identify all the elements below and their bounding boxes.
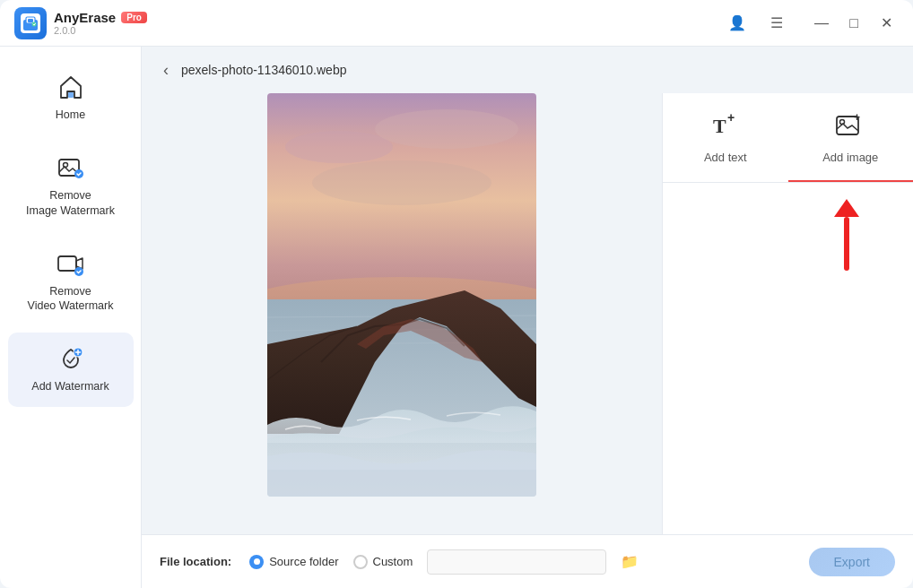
svg-text:+: + xyxy=(854,111,860,124)
tab-add-text[interactable]: T + Add text xyxy=(663,93,788,182)
photo-preview xyxy=(267,93,536,497)
source-folder-radio[interactable] xyxy=(249,555,264,569)
sidebar-item-remove-image[interactable]: RemoveImage Watermark xyxy=(8,142,134,230)
radio-group: Source folder Custom 📁 xyxy=(249,549,639,575)
editor-area: T + Add text xyxy=(142,93,913,534)
custom-radio[interactable] xyxy=(353,555,368,569)
sidebar-label-remove-image: RemoveImage Watermark xyxy=(26,188,115,218)
svg-rect-2 xyxy=(28,19,33,22)
sidebar-label-remove-video: RemoveVideo Watermark xyxy=(28,284,114,314)
app-name: AnyErase Pro xyxy=(54,10,147,25)
sidebar-label-home: Home xyxy=(56,108,85,122)
arrow-body xyxy=(844,217,849,271)
remove-image-watermark-icon xyxy=(57,154,85,183)
custom-label: Custom xyxy=(373,555,413,568)
svg-rect-8 xyxy=(58,256,76,271)
add-text-icon: T + xyxy=(709,109,742,145)
maximize-button[interactable]: □ xyxy=(841,11,866,36)
custom-path-input[interactable] xyxy=(427,549,606,575)
breadcrumb-filename: pexels-photo-11346010.webp xyxy=(181,63,346,77)
export-button[interactable]: Export xyxy=(809,548,895,576)
app-window: AnyErase Pro 2.0.0 👤 ☰ — □ ✕ xyxy=(0,0,913,588)
app-title-group: AnyErase Pro 2.0.0 xyxy=(54,10,147,36)
breadcrumb-bar: ‹ pexels-photo-11346010.webp xyxy=(142,47,913,93)
minimize-button[interactable]: — xyxy=(809,11,834,36)
svg-text:+: + xyxy=(727,110,735,125)
red-arrow xyxy=(834,201,859,271)
arrow-head xyxy=(834,199,859,217)
add-image-icon: + xyxy=(834,109,866,145)
app-version: 2.0.0 xyxy=(54,25,147,36)
main-area: Home RemoveImage Watermark xyxy=(0,47,913,588)
image-panel xyxy=(142,93,662,534)
add-watermark-icon xyxy=(57,345,85,374)
image-container xyxy=(267,93,536,497)
right-panel: T + Add text xyxy=(662,93,913,534)
home-icon xyxy=(57,74,85,102)
sidebar-item-home[interactable]: Home xyxy=(8,61,134,134)
tab-add-text-label: Add text xyxy=(704,151,747,164)
svg-point-12 xyxy=(285,131,393,163)
source-folder-option[interactable]: Source folder xyxy=(249,555,338,569)
profile-button[interactable]: 👤 xyxy=(723,9,752,38)
app-logo xyxy=(14,7,47,39)
title-bar: AnyErase Pro 2.0.0 👤 ☰ — □ ✕ xyxy=(0,0,913,47)
tab-add-image-label: Add image xyxy=(822,151,878,164)
svg-rect-4 xyxy=(68,92,74,98)
browse-folder-button[interactable]: 📁 xyxy=(621,553,639,570)
sidebar-item-remove-video[interactable]: RemoveVideo Watermark xyxy=(8,238,134,326)
sidebar-label-add-watermark: Add Watermark xyxy=(31,379,109,393)
pro-badge: Pro xyxy=(121,12,147,23)
menu-button[interactable]: ☰ xyxy=(762,9,791,38)
tab-add-image[interactable]: + Add image xyxy=(788,93,914,182)
arrow-container xyxy=(663,183,913,271)
tool-tabs: T + Add text xyxy=(663,93,913,183)
close-button[interactable]: ✕ xyxy=(874,11,899,36)
file-location-label: File location: xyxy=(160,555,231,568)
source-folder-label: Source folder xyxy=(269,555,338,568)
sidebar: Home RemoveImage Watermark xyxy=(0,47,142,588)
custom-option[interactable]: Custom xyxy=(353,555,413,569)
app-logo-icon xyxy=(22,15,39,31)
svg-text:T: T xyxy=(713,115,726,137)
sidebar-item-add-watermark[interactable]: Add Watermark xyxy=(8,333,134,406)
svg-point-14 xyxy=(312,160,491,205)
remove-video-watermark-icon xyxy=(57,250,85,279)
content-area: ‹ pexels-photo-11346010.webp xyxy=(142,47,913,588)
svg-point-13 xyxy=(375,109,518,149)
back-button[interactable]: ‹ xyxy=(160,57,172,83)
file-location-bar: File location: Source folder Custom 📁 Ex… xyxy=(142,534,913,588)
